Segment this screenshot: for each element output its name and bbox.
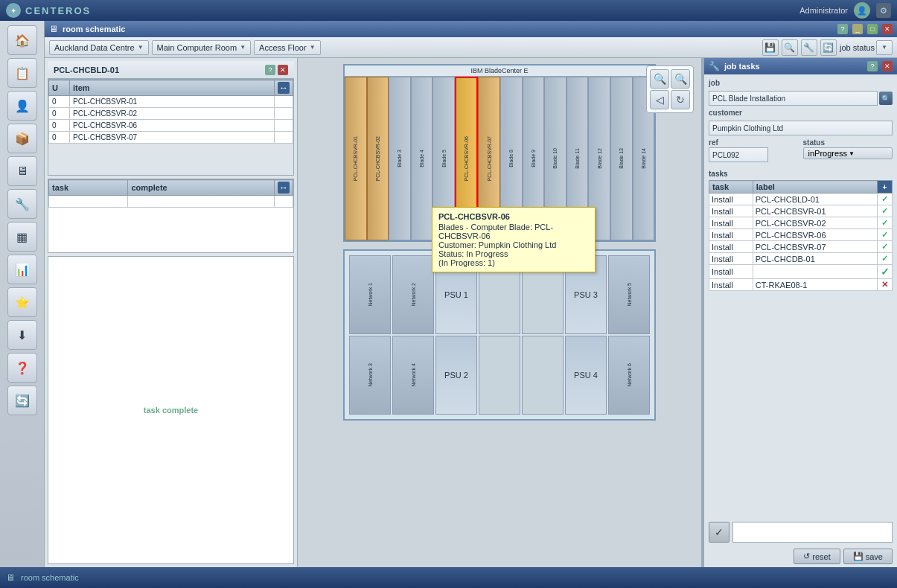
- zoom-in-btn[interactable]: 🔍: [650, 69, 669, 89]
- window-max-btn[interactable]: □: [867, 24, 878, 34]
- sidebar-btn-grid[interactable]: ▦: [7, 222, 37, 252]
- slot-label-0: PCL-CHCBSVR-01: [353, 136, 358, 181]
- item-row-2[interactable]: 0 PCL-CHCBSVR-06: [49, 120, 293, 132]
- status-value: inProgress: [808, 149, 848, 158]
- task-status-5: ✓: [878, 253, 893, 265]
- slot-label-5: PCL-CHCBSVR-06: [464, 136, 469, 181]
- slot-label-7: Blade 8: [508, 150, 514, 167]
- sidebar-btn-help[interactable]: ❓: [7, 353, 37, 383]
- blade-slot-2[interactable]: Blade 3: [389, 77, 411, 240]
- tooltip-title: PCL-CHCBSVR-06: [438, 212, 589, 221]
- item-u-0: 0: [49, 96, 70, 108]
- toolbar-refresh-icon[interactable]: 🔄: [820, 39, 837, 56]
- item-u-3: 0: [49, 132, 70, 144]
- window-min-btn[interactable]: _: [852, 24, 863, 34]
- add-task-btn[interactable]: ↔: [278, 182, 290, 194]
- schematic-area[interactable]: IBM BladeCenter E PCL-CHCBSVR-01PCL-CHCB…: [298, 58, 701, 551]
- item-table-wrapper: U item ↔ 0 PCL-CHCBSVR-01 0 PCL-CHCBSVR-…: [48, 79, 294, 176]
- complete-cell-empty: [128, 196, 275, 208]
- task-cell-empty: [49, 196, 128, 208]
- toolbar-save-icon[interactable]: 💾: [762, 39, 779, 56]
- job-help-btn[interactable]: ?: [867, 61, 878, 71]
- room-dropdown[interactable]: Main Computer Room ▼: [152, 40, 252, 55]
- tasks-row-3[interactable]: Install PCL-CHCBSVR-06 ✓: [709, 229, 893, 241]
- sidebar-btn-wrench[interactable]: 🔧: [7, 189, 37, 219]
- item-row-1[interactable]: 0 PCL-CHCBSVR-02: [49, 108, 293, 120]
- sidebar-btn-box[interactable]: 📦: [7, 124, 37, 153]
- sidebar-btn-chart[interactable]: 📊: [7, 255, 37, 284]
- job-search-btn[interactable]: 🔍: [879, 92, 893, 105]
- tasks-row-4[interactable]: Install PCL-CHCBSVR-07 ✓: [709, 241, 893, 253]
- slot-label-10: Blade 11: [575, 148, 580, 169]
- empty-3: [479, 336, 520, 415]
- window-close-btn[interactable]: ✕: [882, 24, 893, 34]
- left-panel: PCL-CHCBLD-01 ? ✕ U item ↔: [45, 58, 298, 567]
- item-u-1: 0: [49, 108, 70, 120]
- tasks-footer: ✓: [704, 519, 897, 546]
- col-u: U: [49, 80, 70, 96]
- zoom-in-plus-btn[interactable]: 🔍: [671, 69, 690, 89]
- col-complete-header: complete: [128, 180, 275, 196]
- settings-icon[interactable]: ⚙: [876, 3, 891, 18]
- zoom-row-1: 🔍 🔍: [650, 69, 690, 89]
- sidebar-btn-refresh[interactable]: 🔄: [7, 386, 37, 415]
- room-chevron: ▼: [240, 44, 246, 51]
- job-close-btn[interactable]: ✕: [882, 61, 893, 71]
- sidebar-btn-home[interactable]: 🏠: [7, 25, 37, 55]
- task-action-0: Install: [709, 194, 753, 205]
- sidebar-btn-download[interactable]: ⬇: [7, 320, 37, 350]
- window-title: room schematic: [63, 25, 833, 33]
- window-titlebar: 🖥 room schematic ? _ □ ✕: [45, 21, 897, 37]
- slot-label-9: Blade 10: [552, 148, 558, 169]
- ref-input[interactable]: [709, 147, 768, 162]
- reset-btn[interactable]: ↺ reset: [794, 549, 840, 564]
- toolbar-filter-icon[interactable]: 🔧: [801, 39, 817, 56]
- col-add-th[interactable]: +: [878, 181, 893, 194]
- toolbar: Auckland Data Centre ▼ Main Computer Roo…: [45, 37, 897, 58]
- blade-slot-3[interactable]: Blade 4: [411, 77, 433, 240]
- floor-dropdown[interactable]: Access Floor ▼: [254, 40, 321, 55]
- ref-col: ref: [709, 138, 799, 162]
- task-status-1: ✓: [878, 205, 893, 217]
- network-3: Network 3: [349, 336, 391, 415]
- task-status-2: ✓: [878, 217, 893, 229]
- pcl-help-btn[interactable]: ?: [265, 65, 275, 75]
- main-area: PCL-CHCBLD-01 ? ✕ U item ↔: [45, 58, 897, 567]
- slot-label-13: Blade 14: [641, 148, 646, 169]
- add-item-btn[interactable]: ↔: [278, 82, 290, 94]
- complete-check-btn[interactable]: ✓: [709, 522, 730, 543]
- blade-slot-1[interactable]: PCL-CHCBSVR-02: [367, 77, 389, 240]
- save-btn[interactable]: 💾 save: [843, 549, 893, 564]
- tasks-section: tasks task label + Install PCL-CHCBLD-: [704, 167, 897, 519]
- pan-right-btn[interactable]: ↻: [671, 90, 690, 109]
- sidebar-btn-user[interactable]: 👤: [7, 91, 37, 121]
- pcl-close-btn[interactable]: ✕: [278, 65, 288, 75]
- tasks-row-6[interactable]: Install ✓: [709, 265, 893, 279]
- job-input[interactable]: [709, 91, 878, 106]
- main-content: 🖥 room schematic ? _ □ ✕ Auckland Data C…: [45, 21, 897, 567]
- window-icon: 🖥: [49, 24, 58, 34]
- tasks-row-5[interactable]: Install PCL-CHCDB-01 ✓: [709, 253, 893, 265]
- pan-left-btn[interactable]: ◁: [650, 90, 669, 109]
- note-input[interactable]: [732, 522, 893, 543]
- left-sidebar: 🏠 📋 👤 📦 🖥 🔧 ▦ 📊 ⭐ ⬇ ❓ 🔄: [0, 21, 45, 567]
- item-row-3[interactable]: 0 PCL-CHCBSVR-07: [49, 132, 293, 144]
- pcl-header: PCL-CHCBLD-01 ? ✕: [48, 61, 294, 79]
- datacenter-dropdown[interactable]: Auckland Data Centre ▼: [49, 40, 149, 55]
- status-select-btn[interactable]: ▼: [876, 40, 893, 55]
- blade-slot-12[interactable]: Blade 13: [610, 77, 633, 240]
- sidebar-btn-list[interactable]: 📋: [7, 58, 37, 88]
- status-badge[interactable]: inProgress ▼: [803, 147, 893, 159]
- sidebar-btn-server[interactable]: 🖥: [7, 156, 37, 186]
- tasks-row-2[interactable]: Install PCL-CHCBSVR-02 ✓: [709, 217, 893, 229]
- window-help-btn[interactable]: ?: [837, 24, 848, 34]
- toolbar-search-icon[interactable]: 🔍: [782, 39, 798, 56]
- item-row-0[interactable]: 0 PCL-CHCBSVR-01: [49, 96, 293, 108]
- col-task-header: task: [49, 180, 128, 196]
- tasks-row-1[interactable]: Install PCL-CHCBSVR-01 ✓: [709, 205, 893, 217]
- blade-slot-0[interactable]: PCL-CHCBSVR-01: [345, 77, 367, 240]
- sidebar-btn-star[interactable]: ⭐: [7, 287, 37, 317]
- tasks-row-0[interactable]: Install PCL-CHCBLD-01 ✓: [709, 194, 893, 205]
- tasks-row-7[interactable]: Install CT-RKAE08-1 ✕: [709, 279, 893, 291]
- customer-input[interactable]: [709, 121, 893, 135]
